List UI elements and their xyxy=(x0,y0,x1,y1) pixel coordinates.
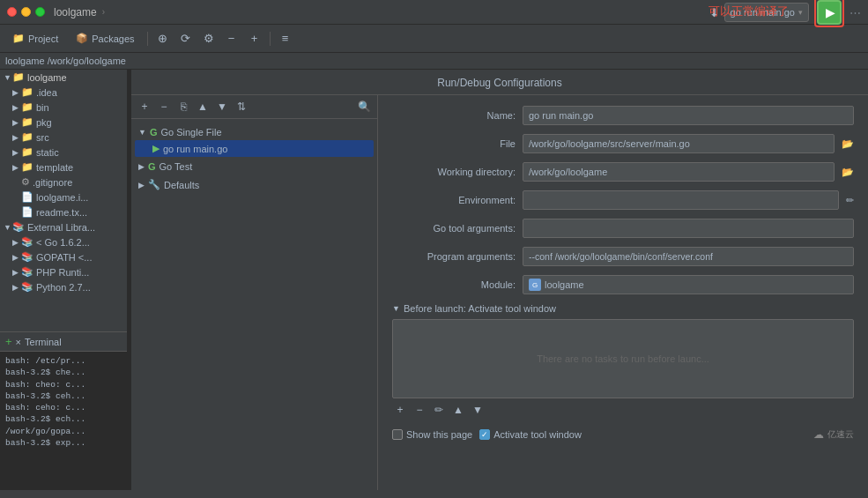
tree-item-template[interactable]: ▶ 📁 template xyxy=(0,160,127,175)
filter-config-button[interactable]: 🔍 xyxy=(356,99,372,115)
before-launch-body: There are no tasks to run before launc..… xyxy=(392,319,854,398)
working-dir-value[interactable]: /work/go/loolgame xyxy=(523,162,835,182)
terminal-line-8: bash-3.2$ exp... xyxy=(5,437,122,449)
tab-project[interactable]: 📁 Project xyxy=(5,29,65,48)
tree-item-ext-libs[interactable]: ▼ 📚 External Libra... xyxy=(0,219,127,234)
readme-label: readme.tx... xyxy=(36,207,87,218)
name-row: Name: xyxy=(392,106,854,125)
defaults-icon: 🔧 xyxy=(148,179,160,190)
breadcrumb: loolgame /work/go/loolgame xyxy=(0,53,868,70)
more-actions-icon[interactable]: ⋯ xyxy=(849,6,861,19)
left-panel: ▼ 📁 loolgame ▶ 📁 .idea ▶ 📁 bin ▶ 📁 xyxy=(0,70,128,490)
php-label: PHP Runti... xyxy=(36,267,89,278)
dialog-title: Run/Debug Configurations xyxy=(131,70,868,95)
working-dir-browse-icon[interactable]: 📂 xyxy=(842,167,854,178)
remove-config-button[interactable]: − xyxy=(156,99,172,115)
run-button[interactable]: ▶ xyxy=(817,0,842,25)
gopath-label: GOPATH <... xyxy=(36,252,92,263)
bl-edit-button[interactable]: ✏ xyxy=(431,402,447,418)
bin-label: bin xyxy=(36,102,49,113)
bl-remove-button[interactable]: − xyxy=(412,402,427,418)
go-run-label: go run main.go xyxy=(163,144,227,154)
tree-item-src[interactable]: ▶ 📁 src xyxy=(0,130,127,145)
add-config-button[interactable]: + xyxy=(137,99,152,115)
tab-packages[interactable]: 📦 Packages xyxy=(69,29,141,48)
sort-icon[interactable]: ≡ xyxy=(276,29,295,48)
expand-icon[interactable]: + xyxy=(245,29,264,48)
activate-tool-label: Activate tool window xyxy=(493,429,582,440)
terminal-header[interactable]: + × Terminal xyxy=(0,332,128,352)
run-icon: ▶ xyxy=(826,5,835,19)
close-button[interactable] xyxy=(7,7,17,17)
sort-config-button[interactable]: ⇅ xyxy=(234,99,249,115)
move-up-button[interactable]: ▲ xyxy=(195,99,211,115)
tree-item-python[interactable]: ▶ 📚 Python 2.7... xyxy=(0,279,127,294)
tree-item-bin[interactable]: ▶ 📁 bin xyxy=(0,100,127,115)
program-args-value[interactable]: --conf /work/go/loolgame/bin/conf/server… xyxy=(523,247,854,266)
tree-item-loolgame[interactable]: ▶ 📄 loolgame.i... xyxy=(0,190,127,204)
idea-label: .idea xyxy=(36,87,57,98)
traffic-lights[interactable] xyxy=(7,7,45,17)
bin-folder-icon: 📁 xyxy=(21,101,33,113)
before-launch-header[interactable]: ▼ Before launch: Activate tool window xyxy=(392,303,854,314)
activate-tool-checkbox[interactable]: ✓ xyxy=(479,429,490,440)
tree-item-idea[interactable]: ▶ 📁 .idea xyxy=(0,85,127,100)
env-value[interactable] xyxy=(523,190,839,210)
terminal-line-7: /work/go/gopa... xyxy=(5,426,122,437)
annotation: 可以正常编译了 xyxy=(708,4,789,19)
bl-up-button[interactable]: ▲ xyxy=(450,402,466,418)
go-run-icon: ▶ xyxy=(152,143,160,154)
move-down-button[interactable]: ▼ xyxy=(214,99,230,115)
maximize-button[interactable] xyxy=(35,7,45,17)
terminal-line-2: bash-3.2$ che... xyxy=(5,367,122,378)
go-test-icon: G xyxy=(148,161,156,172)
tree-item-gitignore[interactable]: ▶ ⚙ .gitignore xyxy=(0,175,127,190)
tree-item-gopath[interactable]: ▶ 📚 GOPATH <... xyxy=(0,249,127,264)
sync-icon[interactable]: ⟳ xyxy=(176,29,196,48)
show-page-checkbox[interactable] xyxy=(392,429,403,440)
terminal-minus-icon[interactable]: × xyxy=(16,337,21,347)
ext-libs-label: External Libra... xyxy=(27,222,95,233)
env-label: Environment: xyxy=(392,195,516,205)
go-tool-args-value[interactable] xyxy=(523,219,854,238)
config-group-defaults[interactable]: ▶ 🔧 Defaults xyxy=(135,176,374,193)
terminal-plus-icon[interactable]: + xyxy=(5,335,12,348)
config-tree-toolbar: + − ⎘ ▲ ▼ ⇅ 🔍 xyxy=(131,95,377,119)
tree-item-static[interactable]: ▶ 📁 static xyxy=(0,145,127,160)
minimize-button[interactable] xyxy=(21,7,31,17)
tree-item-go162[interactable]: ▶ 📚 < Go 1.6.2... xyxy=(0,234,127,249)
packages-icon: 📦 xyxy=(76,33,88,44)
tree-item-php[interactable]: ▶ 📚 PHP Runti... xyxy=(0,264,127,279)
working-dir-text: /work/go/loolgame xyxy=(529,167,607,177)
bl-down-button[interactable]: ▼ xyxy=(470,402,486,418)
collapse-icon[interactable]: − xyxy=(222,29,241,48)
activate-tool-checkbox-label[interactable]: ✓ Activate tool window xyxy=(479,429,582,440)
before-launch-section: ▼ Before launch: Activate tool window Th… xyxy=(392,303,854,418)
before-launch-empty: There are no tasks to run before launc..… xyxy=(537,353,709,364)
config-tree-panel: + − ⎘ ▲ ▼ ⇅ 🔍 ▼ G xyxy=(131,95,378,490)
config-group-go-single[interactable]: ▼ G Go Single File xyxy=(135,124,374,140)
config-item-go-run[interactable]: ▶ go run main.go xyxy=(135,140,374,157)
env-edit-icon[interactable]: ✏ xyxy=(846,195,854,206)
working-dir-label: Working directory: xyxy=(392,167,516,177)
bin-arrow: ▶ xyxy=(12,103,19,112)
copy-config-button[interactable]: ⎘ xyxy=(175,99,191,115)
tree-root[interactable]: ▼ 📁 loolgame xyxy=(0,70,127,85)
file-browse-icon[interactable]: 📂 xyxy=(842,138,854,150)
module-value[interactable]: G loolgame xyxy=(523,275,854,294)
bl-add-button[interactable]: + xyxy=(392,402,408,418)
tree-item-readme[interactable]: ▶ 📄 readme.tx... xyxy=(0,204,127,219)
settings-icon[interactable]: ⚙ xyxy=(199,29,219,48)
ext-libs-icon: 📚 xyxy=(12,221,25,233)
name-input[interactable] xyxy=(523,106,854,125)
before-launch-expand-icon: ▼ xyxy=(392,304,400,313)
add-icon[interactable]: ⊕ xyxy=(153,29,173,48)
readme-icon: 📄 xyxy=(21,206,33,218)
show-page-checkbox-label[interactable]: Show this page xyxy=(392,429,472,440)
project-tab-label: Project xyxy=(28,33,58,44)
config-group-go-test[interactable]: ▶ G Go Test xyxy=(135,159,374,175)
src-folder-icon: 📁 xyxy=(21,131,33,143)
tree-item-pkg[interactable]: ▶ 📁 pkg xyxy=(0,115,127,130)
module-row: Module: G loolgame xyxy=(392,275,854,294)
file-value[interactable]: /work/go/loolgame/src/server/main.go xyxy=(523,134,835,153)
